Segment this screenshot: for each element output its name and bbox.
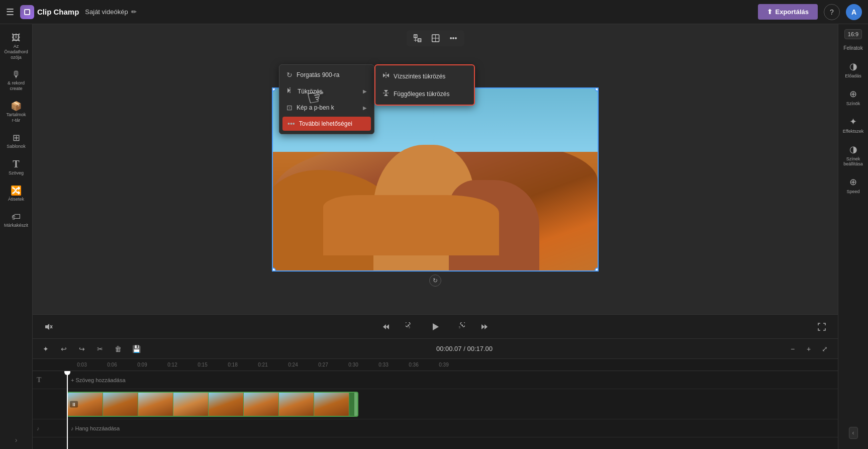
text-track-label: T (37, 376, 67, 384)
cut-button[interactable]: ✂ (93, 342, 107, 356)
right-sidebar-color[interactable]: ⊕ Színök (840, 84, 866, 110)
sidebar-templates-label: Sablonok (7, 144, 26, 149)
pip-menu-icon: ⊡ (286, 104, 293, 112)
text-track-row: T + Szöveg hozzáadása (33, 371, 838, 389)
add-audio-button[interactable]: ♪ Hang hozzáadása (67, 424, 124, 432)
avatar-label: A (851, 8, 856, 16)
menu-icon[interactable]: ☰ (6, 7, 14, 18)
svg-marker-11 (383, 73, 385, 77)
menu-rotate-label: Forgatás 900-ra (297, 71, 339, 78)
fit-button[interactable]: ⤢ (818, 342, 832, 356)
avatar-button[interactable]: A (846, 4, 862, 20)
submenu-vertical[interactable]: Függőleges tükrözés (375, 85, 474, 103)
handle-top-right[interactable] (595, 87, 599, 92)
text-icon: T (13, 159, 19, 169)
captions-label: Feliratok (843, 45, 862, 51)
playhead[interactable] (67, 371, 68, 449)
ruler-tick-0: 0:03 (67, 362, 97, 368)
clip-thumb-6 (244, 393, 279, 416)
video-track-row: ⏸ (33, 389, 838, 419)
timeline-tracks: T + Szöveg hozzáadása ⏸ (33, 371, 838, 449)
redo-button[interactable]: ↪ (75, 342, 89, 356)
speed-icon: ⊕ (849, 176, 857, 188)
svg-marker-28 (485, 324, 488, 329)
magnet-tool-button[interactable]: ✦ (39, 342, 53, 356)
sidebar-item-brand[interactable]: 🏷 Márkakészit (2, 208, 30, 232)
sidebar-brand-label: Márkakészit (4, 223, 28, 228)
submenu-horizontal[interactable]: Vízszintes tükrözés (375, 67, 474, 85)
add-text-button[interactable]: + Szöveg hozzáadása (67, 376, 130, 384)
ruler-tick-11: 0:36 (399, 362, 429, 368)
ruler-tick-8: 0:27 (308, 362, 338, 368)
help-button[interactable]: ? (824, 4, 840, 20)
crop-button[interactable] (410, 32, 426, 44)
collapse-sidebar-button[interactable]: ‹ (849, 427, 858, 439)
rotate-handle[interactable]: ↻ (429, 275, 441, 287)
sidebar-text-label: Szöveg (9, 170, 24, 176)
effects-label: Effektszek (843, 129, 863, 134)
svg-marker-21 (383, 324, 386, 329)
save-button[interactable]: 💾 (129, 342, 143, 356)
layout-button[interactable] (428, 32, 444, 44)
svg-marker-14 (384, 90, 388, 93)
sidebar-expand-btn[interactable]: › (15, 436, 18, 444)
video-track-content: ⏸ (67, 389, 838, 419)
handle-bottom-right[interactable] (595, 267, 599, 272)
project-edit-icon[interactable]: ✏ (131, 8, 137, 16)
context-menu: ↻ Forgatás 900-ra Tükrözés ▶ ⊡ Kép a (279, 64, 374, 134)
skip-back-button[interactable] (378, 319, 394, 335)
app-title: Clip Champ (37, 8, 79, 16)
forward-button[interactable]: 5 (452, 319, 468, 335)
mute-button[interactable] (41, 319, 57, 335)
sidebar-item-content[interactable]: 📦 Tartalmokr-tár (2, 98, 30, 127)
current-time: 00:00.07 (436, 345, 462, 352)
aspect-ratio-button[interactable]: 16:9 (844, 29, 862, 39)
clip-pause-icon: ⏸ (70, 401, 78, 407)
more-options-button[interactable]: ••• (446, 32, 461, 44)
left-sidebar: 🖼 Az Önadathordozója 🎙 & rekordcreate 📦 … (0, 24, 33, 449)
right-sidebar-exposure[interactable]: ◑ Előadás (840, 57, 866, 82)
rewind-button[interactable]: 5 (402, 319, 418, 335)
menu-item-pip[interactable]: ⊡ Kép a p-ben k ▶ (279, 100, 374, 116)
project-name-text: Saját videókép (85, 8, 128, 16)
menu-item-mirror[interactable]: Tükrözés ▶ (279, 83, 374, 100)
more-icon: ••• (450, 34, 457, 42)
video-clip[interactable]: ⏸ (67, 392, 358, 417)
skip-forward-button[interactable] (476, 319, 493, 335)
mirror-menu-icon (286, 87, 294, 96)
project-name: Saját videókép ✏ (85, 8, 136, 16)
fullscreen-button[interactable] (814, 319, 830, 335)
svg-rect-17 (45, 325, 47, 328)
right-sidebar-speed[interactable]: ⊕ Speed (840, 172, 866, 198)
export-button[interactable]: ⬆ Exportálás (758, 4, 818, 20)
sidebar-item-record[interactable]: 🎙 & rekordcreate (2, 66, 30, 96)
sidebar-item-templates[interactable]: ⊞ Sablonok (2, 129, 30, 153)
svg-marker-18 (47, 324, 49, 330)
sidebar-transitions-label: Átisetek (8, 197, 24, 202)
menu-item-rotate[interactable]: ↻ Forgatás 900-ra (279, 67, 374, 83)
preview-area: ••• (33, 24, 838, 314)
audio-track-row: ♪ ♪ Hang hozzáadása (33, 419, 838, 437)
clip-thumb-5 (209, 393, 244, 416)
audio-track-icon: ♪ (37, 425, 40, 431)
ruler-tick-1: 0:06 (97, 362, 127, 368)
mirror-submenu: Vízszintes tükrözés Függőleges tükrözés (374, 64, 475, 106)
right-sidebar-color-settings[interactable]: ◑ Színekbeállítása (840, 140, 866, 170)
menu-item-more[interactable]: ••• További lehetőségei (282, 117, 371, 131)
zoom-out-button[interactable]: − (786, 342, 800, 356)
sidebar-item-media[interactable]: 🖼 Az Önadathordozója (2, 29, 30, 64)
zoom-in-button[interactable]: + (802, 342, 816, 356)
right-sidebar-effects[interactable]: ✦ Effektszek (840, 112, 866, 138)
sidebar-item-text[interactable]: T Szöveg (2, 155, 30, 180)
ruler-tick-2: 0:09 (127, 362, 157, 368)
help-label: ? (830, 8, 834, 16)
clip-thumb-2 (103, 393, 138, 416)
sidebar-item-transitions[interactable]: 🔀 Átisetek (2, 182, 30, 206)
ruler-tick-12: 0:39 (429, 362, 459, 368)
delete-button[interactable]: 🗑 (111, 342, 125, 356)
clip-right-handle[interactable] (354, 393, 357, 416)
sidebar-media-label: Az Önadathordozója (4, 44, 28, 60)
main-content: 🖼 Az Önadathordozója 🎙 & rekordcreate 📦 … (0, 24, 868, 449)
undo-button[interactable]: ↩ (57, 342, 71, 356)
play-button[interactable] (426, 318, 444, 336)
